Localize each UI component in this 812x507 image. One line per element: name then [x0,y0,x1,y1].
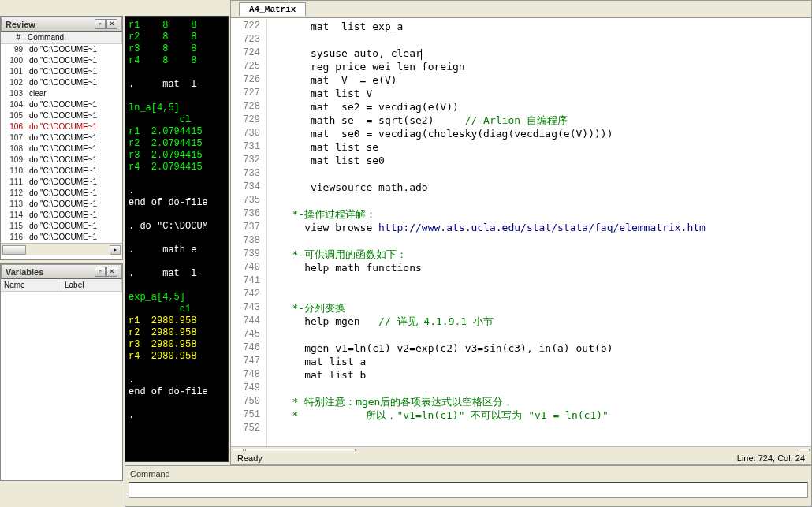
review-row[interactable]: 105do "C:\DOCUME~1 [1,110,122,121]
tab-a4-matrix[interactable]: A4_Matrix [239,2,306,16]
review-panel: Review ▫ × # Command 99do "C:\DOCUME~110… [0,16,123,260]
review-row[interactable]: 112do "C:\DOCUME~1 [1,188,122,199]
variables-col-label: Label [61,279,122,291]
review-row[interactable]: 102do "C:\DOCUME~1 [1,77,122,88]
review-row[interactable]: 108do "C:\DOCUME~1 [1,144,122,155]
scroll-right-icon[interactable]: ▸ [110,245,121,255]
review-title-bar: Review ▫ × [1,17,122,32]
variables-col-name: Name [1,279,61,291]
review-row[interactable]: 110do "C:\DOCUME~1 [1,166,122,177]
command-panel: Command [125,465,812,507]
editor-code[interactable]: mat list exp_a sysuse auto, clear reg pr… [267,18,811,446]
editor-status-bar: Ready Line: 724, Col: 24 [230,451,812,465]
editor-gutter: 7227237247257267277287297307317327337347… [231,18,267,446]
editor-tab-bar: A4_Matrix [231,1,811,18]
results-console[interactable]: r1 8 8r2 8 8r3 8 8r4 8 8 . mat l ln_a[4,… [125,16,229,462]
review-row[interactable]: 116do "C:\DOCUME~1 [1,232,122,243]
review-scrollbar[interactable]: ▸ [1,243,122,255]
review-row[interactable]: 106do "C:\DOCUME~1 [1,121,122,132]
variables-panel: Variables ▫ × Name Label [0,263,123,481]
review-row[interactable]: 113do "C:\DOCUME~1 [1,199,122,210]
variables-restore-button[interactable]: ▫ [95,267,106,277]
review-row[interactable]: 111do "C:\DOCUME~1 [1,177,122,188]
review-row[interactable]: 114do "C:\DOCUME~1 [1,210,122,221]
command-input[interactable] [129,482,808,498]
variables-title: Variables [6,267,43,277]
review-title: Review [6,20,35,29]
review-col-num: # [1,32,24,43]
review-row[interactable]: 103clear [1,88,122,99]
review-rows[interactable]: 99do "C:\DOCUME~1100do "C:\DOCUME~1101do… [1,44,122,243]
status-line-col: Line: 724, Col: 24 [737,453,805,463]
review-col-cmd: Command [24,32,122,43]
review-row[interactable]: 109do "C:\DOCUME~1 [1,155,122,166]
close-icon[interactable]: × [106,19,117,29]
review-restore-button[interactable]: ▫ [95,19,106,29]
variables-title-bar: Variables ▫ × [1,264,122,279]
command-label: Command [125,466,811,482]
review-row[interactable]: 115do "C:\DOCUME~1 [1,221,122,232]
review-row[interactable]: 104do "C:\DOCUME~1 [1,99,122,110]
review-row[interactable]: 100do "C:\DOCUME~1 [1,55,122,66]
review-row[interactable]: 99do "C:\DOCUME~1 [1,44,122,55]
dofile-editor: A4_Matrix 722723724725726727728729730731… [230,0,812,464]
close-icon[interactable]: × [106,267,117,277]
status-ready: Ready [237,453,263,463]
review-row[interactable]: 101do "C:\DOCUME~1 [1,66,122,77]
variables-header: Name Label [1,279,122,292]
review-row[interactable]: 107do "C:\DOCUME~1 [1,132,122,144]
scrollbar-thumb[interactable] [2,245,26,255]
review-header: # Command [1,32,122,44]
